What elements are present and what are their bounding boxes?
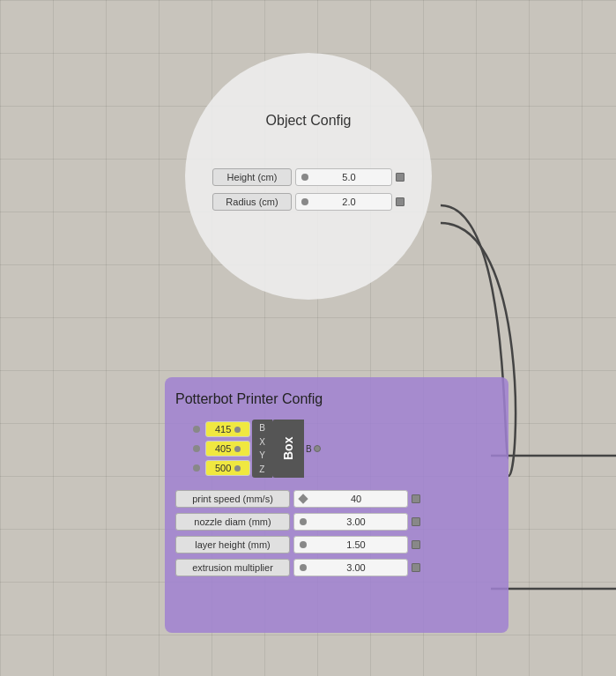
box-in-x-connector xyxy=(193,445,200,452)
layer-height-input[interactable]: 1.50 xyxy=(293,536,408,553)
nozzle-diam-output-connector xyxy=(412,517,420,526)
extrusion-multiplier-label: extrusion multiplier xyxy=(175,559,290,576)
box-input-500-value: 500 xyxy=(215,463,231,473)
height-input[interactable]: 5.0 xyxy=(295,168,392,186)
nozzle-diam-value: 3.00 xyxy=(310,516,402,527)
box-title: Box xyxy=(281,437,295,460)
printer-config-title: Potterbot Printer Config xyxy=(175,391,498,407)
extrusion-multiplier-output-connector xyxy=(412,563,420,572)
box-label-z: Z xyxy=(259,464,265,474)
extrusion-multiplier-dot-icon xyxy=(300,564,307,571)
print-speed-output-connector xyxy=(412,494,420,503)
print-speed-diamond-icon xyxy=(298,494,308,503)
radius-field-row: Radius (cm) 2.0 xyxy=(212,193,404,211)
box-input-x-row: 405 xyxy=(193,441,250,457)
layer-height-row: layer height (mm) 1.50 xyxy=(175,536,498,553)
print-speed-label: print speed (mm/s) xyxy=(175,490,290,508)
box-label-y: Y xyxy=(259,450,265,460)
box-label-x: X xyxy=(259,437,265,447)
box-labels: B X Y Z xyxy=(252,420,272,478)
radius-value: 2.0 xyxy=(312,197,386,207)
radius-label: Radius (cm) xyxy=(212,193,292,211)
extrusion-multiplier-input[interactable]: 3.00 xyxy=(293,559,408,576)
height-value: 5.0 xyxy=(312,172,386,182)
radius-output-connector xyxy=(396,197,404,206)
print-speed-value: 40 xyxy=(310,494,402,504)
box-main-block: Box xyxy=(272,420,304,478)
box-output-label: B xyxy=(306,444,312,454)
box-inputs: 415 405 500 xyxy=(193,421,250,476)
extrusion-multiplier-row: extrusion multiplier 3.00 xyxy=(175,559,498,576)
nozzle-diam-dot-icon xyxy=(300,518,307,525)
printer-config-node: Potterbot Printer Config 415 405 xyxy=(165,377,508,633)
box-input-415[interactable]: 415 xyxy=(205,421,250,437)
box-in-500-connector xyxy=(234,465,241,472)
box-input-415-value: 415 xyxy=(215,424,231,435)
height-output-connector xyxy=(396,173,404,182)
height-dot-icon xyxy=(301,174,308,181)
height-label: Height (cm) xyxy=(212,168,292,186)
print-speed-row: print speed (mm/s) 40 xyxy=(175,490,498,508)
object-config-title: Object Config xyxy=(266,113,352,129)
layer-height-value: 1.50 xyxy=(310,539,402,550)
box-in-b-connector xyxy=(193,426,200,433)
extrusion-multiplier-value: 3.00 xyxy=(310,562,402,573)
radius-dot-icon xyxy=(301,198,308,205)
layer-height-label: layer height (mm) xyxy=(175,536,290,553)
box-output-area: B xyxy=(306,444,321,454)
box-label-b: B xyxy=(259,423,265,433)
box-input-z-row: 500 xyxy=(193,460,250,476)
nozzle-diam-label: nozzle diam (mm) xyxy=(175,513,290,531)
layer-height-output-connector xyxy=(412,540,420,549)
height-field-row: Height (cm) 5.0 xyxy=(212,168,404,186)
nozzle-diam-row: nozzle diam (mm) 3.00 xyxy=(175,513,498,531)
box-input-b-row: 415 xyxy=(193,421,250,437)
object-config-fields: Height (cm) 5.0 Radius (cm) 2.0 xyxy=(212,168,404,211)
box-input-405-value: 405 xyxy=(215,443,231,454)
radius-input[interactable]: 2.0 xyxy=(295,193,392,211)
layer-height-dot-icon xyxy=(300,541,307,548)
box-input-405[interactable]: 405 xyxy=(205,441,250,457)
nozzle-diam-input[interactable]: 3.00 xyxy=(293,513,408,531)
box-in-415-connector xyxy=(234,427,241,433)
box-output-connector xyxy=(314,445,321,452)
box-in-z-connector xyxy=(193,464,200,472)
box-in-405-connector xyxy=(234,446,241,452)
object-config-node: Object Config Height (cm) 5.0 Radius (cm… xyxy=(185,53,432,300)
box-input-500[interactable]: 500 xyxy=(205,460,250,476)
printer-parameter-fields: print speed (mm/s) 40 nozzle diam (mm) 3… xyxy=(175,490,498,576)
box-area: 415 405 500 B X Y xyxy=(193,420,498,478)
print-speed-input[interactable]: 40 xyxy=(293,490,408,508)
